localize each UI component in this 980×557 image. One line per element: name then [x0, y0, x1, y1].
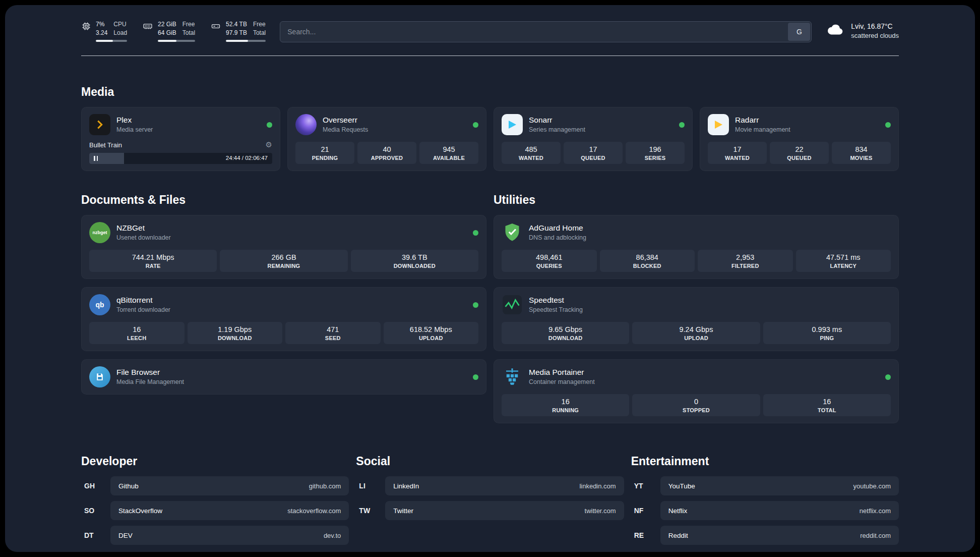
app-subtitle: Torrent downloader	[116, 306, 170, 314]
stat-label: SEED	[287, 335, 379, 341]
cpu-load-value: 3.24	[96, 29, 107, 37]
bookmark-link-youtube[interactable]: YouTube youtube.com	[660, 476, 899, 495]
stat-label: TOTAL	[765, 407, 889, 413]
memory-total-label: Total	[182, 29, 195, 37]
stat-value: 498,461	[504, 253, 595, 261]
bookmark-url: github.com	[309, 482, 341, 490]
app-subtitle: Container management	[529, 378, 595, 386]
bookmark-name: DEV	[118, 532, 133, 539]
app-name: qBittorrent	[116, 296, 170, 305]
bookmark-row: DT DEV dev.to	[81, 526, 349, 545]
cpu-label: CPU	[113, 20, 127, 29]
app-name: File Browser	[116, 368, 184, 377]
stat-label: REMAINING	[222, 263, 345, 269]
media-section-title: Media	[81, 85, 899, 99]
settings-gear-icon[interactable]: ⚙	[266, 141, 272, 149]
overseerr-app-link[interactable]: Overseerr Media Requests	[295, 114, 478, 135]
stat-value: 47.571 ms	[798, 253, 889, 261]
playback-progress-bar[interactable]: 24:44 / 02:06:47	[89, 153, 272, 164]
radarr-app-link[interactable]: Radarr Movie management	[708, 114, 891, 135]
app-subtitle: DNS and adblocking	[529, 234, 586, 242]
overseerr-card: Overseerr Media Requests 21PENDING 40APP…	[287, 107, 486, 171]
nzbget-app-link[interactable]: nzbget NZBGet Usenet downloader	[89, 222, 478, 243]
disk-total-label: Total	[253, 29, 266, 37]
bookmark-row: RE Reddit reddit.com	[631, 526, 899, 545]
stat-tile: 22QUEUED	[770, 142, 829, 164]
plex-app-link[interactable]: Plex Media server	[89, 114, 272, 135]
bookmark-url: linkedin.com	[579, 482, 616, 490]
status-online-dot	[885, 122, 891, 128]
disk-usage-bar	[226, 40, 266, 42]
stat-value: 2,953	[700, 253, 791, 261]
search-input[interactable]	[280, 21, 812, 42]
bookmark-name: LinkedIn	[393, 482, 419, 490]
adguard-app-link[interactable]: AdGuard Home DNS and adblocking	[502, 222, 891, 243]
memory-free-label: Free	[182, 20, 195, 29]
stat-tile: 485WANTED	[502, 142, 561, 164]
search-engine-button[interactable]: G	[788, 23, 810, 41]
app-subtitle: Series management	[529, 126, 585, 134]
stat-value: 17	[566, 145, 621, 153]
sonarr-app-link[interactable]: Sonarr Series management	[502, 114, 685, 135]
bookmark-link-twitter[interactable]: Twitter twitter.com	[385, 501, 624, 520]
bookmark-link-stackoverflow[interactable]: StackOverflow stackoverflow.com	[110, 501, 349, 520]
stat-value: 834	[834, 145, 889, 153]
bookmark-name: Reddit	[668, 532, 688, 539]
memory-usage-bar	[158, 40, 195, 42]
qbittorrent-icon: qb	[89, 294, 110, 315]
bookmark-link-dev[interactable]: DEV dev.to	[110, 526, 349, 545]
speedtest-app-link[interactable]: Speedtest Speedtest Tracking	[502, 294, 891, 315]
entertainment-bookmarks-section: Entertainment YT YouTube youtube.com NF …	[631, 455, 899, 545]
memory-free-value: 22 GiB	[158, 20, 176, 29]
qbittorrent-app-link[interactable]: qb qBittorrent Torrent downloader	[89, 294, 478, 315]
app-subtitle: Speedtest Tracking	[529, 306, 583, 314]
stat-value: 471	[287, 325, 379, 333]
portainer-app-link[interactable]: Media Portainer Container management	[502, 366, 891, 387]
stat-value: 17	[710, 145, 765, 153]
stat-tile: 47.571 msLATENCY	[796, 250, 891, 272]
app-name: Media Portainer	[529, 368, 595, 377]
developer-bookmarks-section: Developer GH Github github.com SO StackO…	[81, 455, 349, 545]
bookmark-link-netflix[interactable]: Netflix netflix.com	[660, 501, 899, 520]
stat-value: 16	[91, 325, 182, 333]
stat-tile: 86,384BLOCKED	[600, 250, 695, 272]
stat-tile: 0STOPPED	[632, 394, 760, 416]
bookmark-abbr: SO	[81, 507, 110, 515]
stat-tile: 1.19 GbpsDOWNLOAD	[188, 322, 283, 344]
stat-value: 9.65 Gbps	[504, 325, 627, 333]
stat-label: QUEUED	[772, 155, 827, 161]
status-online-dot	[885, 374, 891, 380]
dashboard-frame: 7% 3.24 CPU Load	[5, 5, 975, 552]
memory-metric: 22 GiB 64 GiB Free Total	[142, 20, 195, 42]
cpu-percent: 7%	[96, 20, 107, 29]
topbar-divider	[81, 55, 899, 56]
filebrowser-icon	[89, 366, 110, 387]
stat-label: STOPPED	[634, 407, 758, 413]
plex-icon	[89, 114, 110, 135]
stat-label: DOWNLOAD	[504, 335, 627, 341]
weather-location: Lviv, 16.87°C	[851, 21, 899, 31]
bookmark-link-github[interactable]: Github github.com	[110, 476, 349, 495]
memory-icon	[142, 21, 153, 42]
filebrowser-app-link[interactable]: File Browser Media File Management	[89, 366, 478, 387]
status-online-dot	[473, 122, 478, 128]
bookmark-link-reddit[interactable]: Reddit reddit.com	[660, 526, 899, 545]
stat-tile: 744.21 MbpsRATE	[89, 250, 217, 272]
media-section: Media Plex Media server Bullet Train ⚙	[81, 85, 899, 171]
stat-tile: 40APPROVED	[357, 142, 416, 164]
stat-label: DOWNLOAD	[190, 335, 281, 341]
nzbget-icon: nzbget	[89, 222, 110, 243]
pause-button[interactable]	[94, 156, 98, 161]
stat-label: BLOCKED	[602, 263, 693, 269]
cpu-load-label: Load	[113, 29, 127, 37]
entertainment-section-title: Entertainment	[631, 455, 899, 468]
stat-label: WANTED	[710, 155, 765, 161]
app-name: Overseerr	[323, 116, 368, 125]
bookmark-link-linkedin[interactable]: LinkedIn linkedin.com	[385, 476, 624, 495]
status-online-dot	[679, 122, 685, 128]
developer-section-title: Developer	[81, 455, 349, 468]
utilities-section: Utilities AdGuard Home DNS and adblockin…	[494, 193, 899, 423]
sonarr-card: Sonarr Series management 485WANTED 17QUE…	[494, 107, 693, 171]
hard-drive-icon	[210, 21, 221, 42]
adguard-shield-icon	[502, 222, 523, 243]
